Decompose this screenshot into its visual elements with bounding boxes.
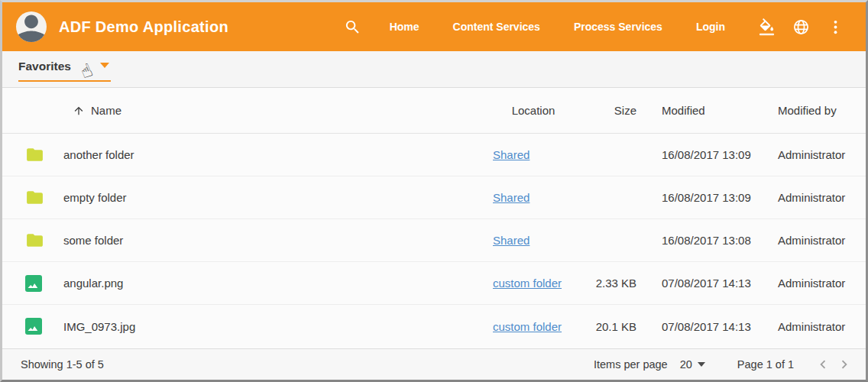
chevron-down-icon <box>100 63 109 68</box>
sort-ascending-icon <box>73 105 85 117</box>
chevron-left-icon <box>815 356 831 373</box>
file-name: angular.png <box>63 277 474 290</box>
folder-icon <box>25 231 44 250</box>
nav-item-home[interactable]: Home <box>390 21 419 33</box>
showing-count: Showing 1-5 of 5 <box>21 358 104 371</box>
location-link[interactable]: custom folder <box>493 277 562 290</box>
header-icon-cluster <box>756 16 846 37</box>
file-size: 2.33 KB <box>574 277 636 290</box>
file-type-cell <box>21 188 63 207</box>
language-globe-icon[interactable] <box>790 16 811 37</box>
folder-icon <box>25 188 44 207</box>
next-page-button[interactable] <box>834 354 855 375</box>
modified-date: 16/08/2017 13:09 <box>636 191 774 204</box>
view-toolbar: Favorites ☝ <box>2 51 866 88</box>
table-row[interactable]: empty folder Shared 16/08/2017 13:09 Adm… <box>2 176 866 219</box>
location-link[interactable]: Shared <box>493 148 530 161</box>
column-header-name-label: Name <box>91 104 121 117</box>
file-type-cell <box>21 318 63 335</box>
favorites-label: Favorites <box>18 60 71 73</box>
location-link[interactable]: Shared <box>493 234 530 247</box>
location-link[interactable]: Shared <box>493 191 530 204</box>
modified-by: Administrator <box>774 277 847 290</box>
color-fill-icon[interactable] <box>756 16 777 37</box>
search-icon[interactable] <box>342 16 364 37</box>
column-header-modified-by[interactable]: Modified by <box>774 104 847 117</box>
person-icon <box>16 11 47 42</box>
image-icon <box>25 318 42 335</box>
table-header-row: Name Location Size Modified Modified by <box>2 88 866 134</box>
avatar[interactable] <box>16 11 47 42</box>
nav-item-content-services[interactable]: Content Services <box>453 21 540 33</box>
file-type-cell <box>21 275 63 292</box>
modified-by: Administrator <box>774 320 847 333</box>
nav-item-process-services[interactable]: Process Services <box>574 21 662 33</box>
file-size: 20.1 KB <box>574 320 636 333</box>
chevron-right-icon <box>836 356 853 373</box>
modified-by: Administrator <box>774 234 847 247</box>
main-nav: Home Content Services Process Services L… <box>390 21 725 33</box>
column-header-size[interactable]: Size <box>574 104 636 117</box>
table-row[interactable]: some folder Shared 16/08/2017 13:08 Admi… <box>2 219 866 262</box>
app-header: ADF Demo Application Home Content Servic… <box>2 2 866 51</box>
nav-item-login[interactable]: Login <box>696 21 725 33</box>
file-name: some folder <box>63 234 474 247</box>
pagination-footer: Showing 1-5 of 5 Items per page 20 Page … <box>2 348 866 380</box>
chevron-down-icon <box>698 362 705 367</box>
previous-page-button[interactable] <box>812 354 834 375</box>
app-window: ADF Demo Application Home Content Servic… <box>0 0 868 382</box>
modified-date: 07/08/2017 14:13 <box>636 277 774 290</box>
table-row[interactable]: angular.png custom folder 2.33 KB 07/08/… <box>2 262 866 305</box>
more-options-icon[interactable] <box>824 16 846 37</box>
table-row[interactable]: another folder Shared 16/08/2017 13:09 A… <box>2 134 866 176</box>
file-name: empty folder <box>63 191 474 204</box>
folder-icon <box>25 145 44 164</box>
file-name: another folder <box>63 148 474 161</box>
image-icon <box>25 275 42 292</box>
modified-date: 16/08/2017 13:08 <box>636 234 774 247</box>
file-type-cell <box>21 231 63 250</box>
column-header-name[interactable]: Name <box>63 104 474 117</box>
page-status: Page 1 of 1 <box>737 358 794 371</box>
items-per-page-select[interactable]: 20 <box>677 357 708 372</box>
column-header-modified[interactable]: Modified <box>636 104 774 117</box>
table-row[interactable]: IMG_0973.jpg custom folder 20.1 KB 07/08… <box>2 305 866 348</box>
items-per-page-value: 20 <box>680 358 692 371</box>
modified-date: 07/08/2017 14:13 <box>636 320 774 333</box>
app-title: ADF Demo Application <box>59 18 228 36</box>
modified-by: Administrator <box>774 191 847 204</box>
table-body: another folder Shared 16/08/2017 13:09 A… <box>2 134 866 348</box>
document-list: Name Location Size Modified Modified by … <box>2 88 866 348</box>
modified-by: Administrator <box>774 148 847 161</box>
location-link[interactable]: custom folder <box>493 320 562 333</box>
favorites-dropdown[interactable]: Favorites <box>18 60 111 82</box>
items-per-page-label: Items per page <box>594 358 668 371</box>
file-type-cell <box>21 145 63 164</box>
file-name: IMG_0973.jpg <box>63 320 474 333</box>
modified-date: 16/08/2017 13:09 <box>636 148 774 161</box>
column-header-location[interactable]: Location <box>474 104 574 117</box>
